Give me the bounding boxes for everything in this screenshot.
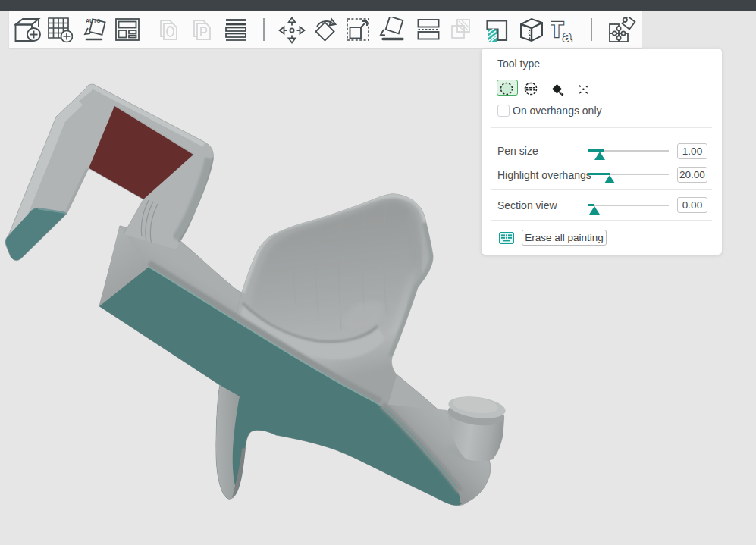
svg-text:a: a bbox=[563, 27, 572, 43]
svg-text:T: T bbox=[551, 17, 563, 42]
